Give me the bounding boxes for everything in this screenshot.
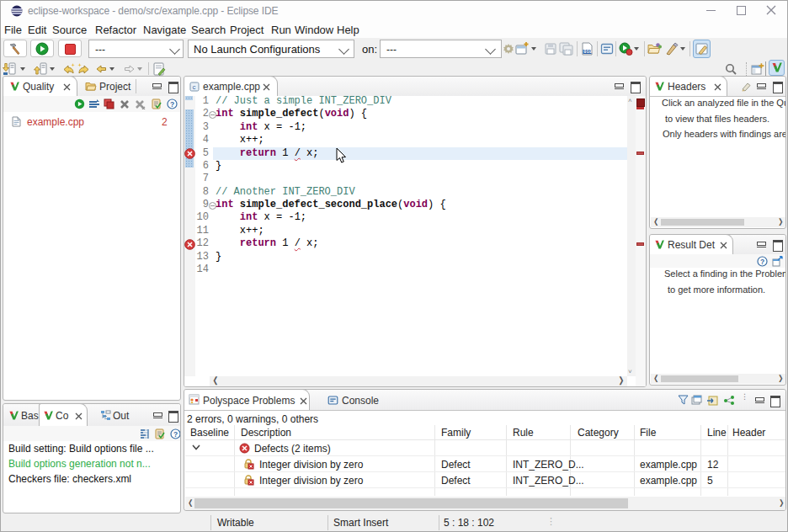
svg-text:?: ? [760, 258, 764, 266]
svg-text:?: ? [173, 430, 178, 439]
svg-text:?: ? [170, 100, 174, 109]
svg-text:010: 010 [583, 49, 592, 55]
svg-text:c: c [193, 83, 196, 91]
